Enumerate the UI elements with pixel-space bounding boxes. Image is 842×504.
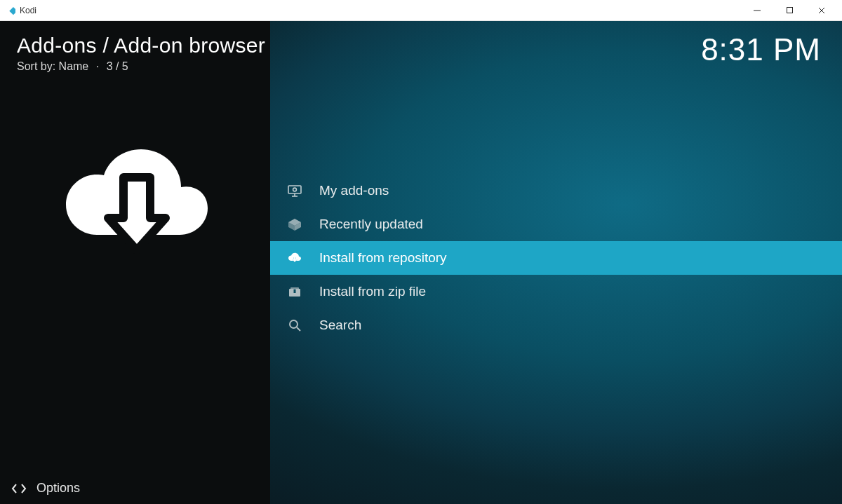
kodi-logo-icon: [4, 5, 15, 16]
menu-item-recently-updated[interactable]: Recently updated: [270, 207, 842, 241]
svg-rect-2: [787, 8, 792, 13]
menu-item-my-addons[interactable]: My add-ons: [270, 174, 842, 207]
cloud-download-icon: [287, 250, 302, 266]
options-button[interactable]: Options: [11, 481, 80, 496]
zip-file-icon: [287, 284, 302, 299]
window-title: Kodi: [20, 6, 36, 15]
clock: 8:31 PM: [701, 32, 821, 67]
app-content: Add-ons / Add-on browser Sort by: Name ·…: [0, 21, 842, 504]
svg-rect-5: [288, 186, 301, 193]
menu-item-install-from-zip[interactable]: Install from zip file: [270, 275, 842, 308]
sidebar: Add-ons / Add-on browser Sort by: Name ·…: [0, 21, 270, 504]
breadcrumb: Add-ons / Add-on browser: [17, 34, 270, 57]
svg-rect-14: [290, 287, 299, 290]
list-position: 3 / 5: [107, 60, 128, 72]
sort-label: Sort by: Name: [17, 60, 88, 72]
svg-rect-0: [9, 7, 15, 15]
menu-item-label: Search: [319, 318, 361, 333]
window-close-button[interactable]: [806, 0, 838, 21]
window-titlebar: Kodi: [0, 0, 842, 21]
menu-item-search[interactable]: Search: [270, 308, 842, 342]
menu-item-label: Install from repository: [319, 250, 447, 266]
addon-menu: My add-ons Recently updated: [270, 174, 842, 342]
menu-item-label: My add-ons: [319, 183, 389, 198]
download-cloud-icon: [63, 137, 210, 263]
svg-point-8: [293, 188, 297, 191]
menu-item-install-from-repository[interactable]: Install from repository: [270, 241, 842, 275]
svg-point-15: [290, 320, 298, 328]
main-panel: 8:31 PM My add-ons: [270, 21, 842, 504]
options-arrows-icon: [11, 482, 27, 495]
sort-info: Sort by: Name · 3 / 5: [17, 60, 270, 73]
svg-line-16: [297, 327, 300, 331]
monitor-icon: [287, 183, 302, 198]
separator-dot: ·: [96, 60, 99, 72]
options-label: Options: [36, 481, 80, 496]
window-maximize-button[interactable]: [773, 0, 806, 21]
search-icon: [287, 318, 302, 333]
menu-item-label: Recently updated: [319, 217, 423, 232]
window-minimize-button[interactable]: [741, 0, 773, 21]
menu-item-label: Install from zip file: [319, 284, 426, 299]
box-open-icon: [287, 217, 302, 232]
